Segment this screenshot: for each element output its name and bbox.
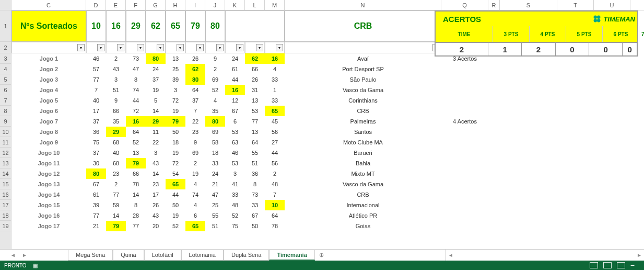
num-cell[interactable]: 64 — [126, 127, 146, 137]
num-cell[interactable]: 53 — [225, 127, 245, 137]
num-cell[interactable]: 80 — [146, 53, 166, 64]
num-cell[interactable]: 44 — [265, 148, 285, 158]
result-cell[interactable] — [441, 221, 488, 231]
num-cell[interactable]: 20 — [146, 221, 166, 231]
num-cell[interactable]: 73 — [126, 53, 146, 64]
col-header-S[interactable]: S — [500, 0, 557, 10]
num-cell[interactable]: 3 — [146, 148, 166, 158]
num-cell[interactable]: 61 — [225, 64, 245, 74]
num-cell[interactable]: 30 — [86, 158, 106, 168]
jogo-name[interactable]: Jogo 3 — [11, 74, 86, 85]
num-cell[interactable]: 3 — [106, 74, 126, 85]
num-cell[interactable]: 8 — [126, 74, 146, 85]
row-header-3[interactable]: 3 — [0, 53, 11, 64]
num-cell[interactable]: 39 — [166, 74, 185, 85]
num-cell[interactable]: 65 — [166, 179, 185, 189]
num-cell[interactable]: 33 — [265, 95, 285, 106]
col-header-T[interactable]: T — [557, 0, 594, 10]
tab-nav-first[interactable]: ◄ — [10, 252, 16, 258]
result-cell[interactable] — [441, 189, 488, 200]
num-cell[interactable]: 79 — [106, 221, 126, 231]
num-cell[interactable]: 2 — [185, 158, 205, 168]
filter-button-4[interactable]: ▼ — [157, 44, 164, 51]
num-cell[interactable]: 66 — [126, 168, 146, 179]
num-cell[interactable]: 52 — [225, 210, 245, 221]
hscroll-right[interactable]: ► — [635, 252, 644, 258]
col-header-V[interactable]: V — [630, 0, 644, 10]
row-header-16[interactable]: 16 — [0, 189, 11, 200]
team-cell[interactable]: Bahia — [285, 158, 441, 168]
team-cell[interactable]: CRB — [285, 106, 441, 116]
acertos-value[interactable]: 0 — [589, 43, 623, 55]
add-sheet-button[interactable]: ⊕ — [315, 250, 327, 260]
team-cell[interactable]: Santos — [285, 127, 441, 137]
num-cell[interactable]: 54 — [166, 168, 185, 179]
num-cell[interactable]: 2 — [265, 168, 285, 179]
num-cell[interactable]: 4 — [185, 179, 205, 189]
row-header-13[interactable]: 13 — [0, 158, 11, 168]
num-cell[interactable]: 44 — [166, 189, 185, 200]
num-cell[interactable]: 2 — [106, 53, 126, 64]
num-cell[interactable]: 47 — [126, 64, 146, 74]
num-cell[interactable]: 40 — [86, 95, 106, 106]
num-cell[interactable]: 72 — [126, 106, 146, 116]
num-cell[interactable]: 26 — [146, 200, 166, 210]
sheet-tab-timemania[interactable]: Timemania — [269, 250, 314, 261]
num-cell[interactable]: 44 — [225, 74, 245, 85]
num-cell[interactable]: 14 — [146, 106, 166, 116]
num-cell[interactable]: 62 — [245, 53, 265, 64]
num-cell[interactable]: 13 — [245, 127, 265, 137]
num-cell[interactable]: 17 — [146, 189, 166, 200]
filter-button-9[interactable]: ▼ — [256, 44, 263, 51]
num-cell[interactable]: 59 — [106, 200, 126, 210]
result-cell[interactable] — [441, 95, 488, 106]
num-cell[interactable]: 50 — [166, 200, 185, 210]
team-cell[interactable]: Palmeiras — [285, 116, 441, 127]
num-cell[interactable]: 64 — [265, 210, 285, 221]
team-cell[interactable]: Barueri — [285, 148, 441, 158]
num-cell[interactable]: 5 — [146, 95, 166, 106]
num-cell[interactable]: 48 — [265, 179, 285, 189]
num-cell[interactable]: 4 — [265, 64, 285, 74]
num-cell[interactable]: 58 — [205, 137, 225, 148]
num-cell[interactable]: 69 — [185, 148, 205, 158]
num-cell[interactable]: 24 — [225, 53, 245, 64]
filter-button-2[interactable]: ▼ — [117, 44, 124, 51]
num-cell[interactable]: 43 — [106, 64, 126, 74]
result-cell[interactable] — [441, 85, 488, 95]
num-cell[interactable]: 45 — [265, 116, 285, 127]
num-cell[interactable]: 50 — [166, 127, 185, 137]
acertos-value[interactable]: 0 — [623, 43, 637, 55]
acertos-value[interactable]: 1 — [488, 43, 522, 55]
num-cell[interactable]: 77 — [86, 210, 106, 221]
jogo-name[interactable]: Jogo 6 — [11, 106, 86, 116]
num-cell[interactable]: 66 — [245, 64, 265, 74]
num-cell[interactable]: 51 — [245, 158, 265, 168]
num-cell[interactable]: 23 — [106, 168, 126, 179]
num-cell[interactable]: 75 — [225, 221, 245, 231]
result-cell[interactable] — [441, 210, 488, 221]
num-cell[interactable]: 7 — [185, 106, 205, 116]
num-cell[interactable]: 12 — [225, 95, 245, 106]
view-pagelayout-icon[interactable] — [603, 262, 612, 268]
num-cell[interactable]: 4 — [185, 200, 205, 210]
num-cell[interactable]: 10 — [265, 200, 285, 210]
num-cell[interactable]: 7 — [86, 85, 106, 95]
num-cell[interactable]: 9 — [205, 53, 225, 64]
num-cell[interactable]: 51 — [106, 85, 126, 95]
num-cell[interactable]: 52 — [166, 221, 185, 231]
team-cell[interactable]: CRB — [285, 189, 441, 200]
result-cell[interactable] — [441, 64, 488, 74]
num-cell[interactable]: 21 — [86, 221, 106, 231]
num-cell[interactable]: 29 — [106, 127, 126, 137]
num-cell[interactable]: 8 — [245, 179, 265, 189]
num-cell[interactable]: 9 — [106, 95, 126, 106]
col-header-G[interactable]: G — [146, 0, 166, 10]
sheet-tab-lotomania[interactable]: Lotomania — [181, 250, 224, 261]
filter-button-3[interactable]: ▼ — [137, 44, 144, 51]
num-cell[interactable]: 77 — [106, 189, 126, 200]
num-cell[interactable]: 2 — [106, 179, 126, 189]
num-cell[interactable]: 13 — [166, 53, 185, 64]
num-cell[interactable]: 8 — [126, 200, 146, 210]
num-cell[interactable]: 26 — [245, 74, 265, 85]
